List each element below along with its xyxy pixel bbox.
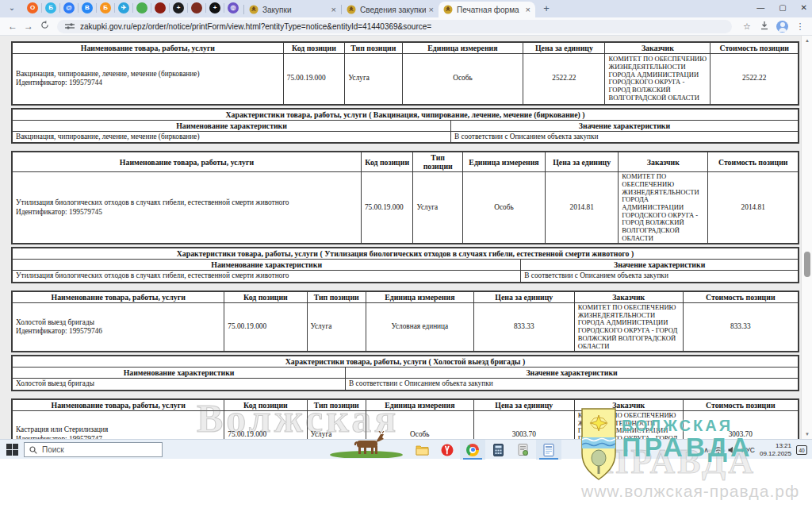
start-button[interactable] [6,444,18,456]
volume-icon[interactable] [728,446,737,454]
favicon-divider [187,3,188,13]
pinned-tab-dark-red-app-icon[interactable] [191,2,202,13]
close-button[interactable]: ✕ [801,3,807,12]
pinned-tab-mail-icon[interactable]: @ [63,2,75,13]
item-customer: КОМИТЕТ ПО ОБЕСПЕЧЕНИЮ ЖИЗНЕДЕЯТЕЛЬНОСТИ… [574,410,683,439]
col-header: Код позиции [224,399,307,411]
tab-close-icon[interactable]: × [429,5,434,14]
favicon-divider [114,3,115,13]
item-price: 2522.22 [523,54,605,105]
item-type: Услуга [345,54,402,105]
scrollbar-thumb[interactable] [804,252,810,277]
new-tab-button[interactable]: + [538,2,554,17]
tab-search-chevron-icon[interactable]: ⌄ [3,2,21,16]
network-icon[interactable] [714,446,723,454]
taskbar-search-input[interactable]: Поиск [24,442,163,457]
file-explorer-icon[interactable] [409,440,435,460]
item-identifier: Идентификатор: 199579745 [16,208,358,217]
pinned-tab-flame-app-icon[interactable] [155,2,166,13]
crypto-tool-icon[interactable] [511,440,536,460]
items-table: Наименование товара, работы, услуги Код … [11,151,799,244]
bookmark-star-icon[interactable]: ☆ [738,21,756,32]
tab-zakupki[interactable]: Закупки × [244,2,341,17]
favicon-divider [151,3,151,13]
forward-icon[interactable]: → [21,21,36,32]
tab-pechatnaya-forma[interactable]: Печатная форма × [439,2,535,17]
window-controls: — ▢ ✕ [756,0,807,14]
items-table: Наименование товара, работы, услуги Код … [11,41,799,106]
pinned-tab-odnoklassniki-icon[interactable]: O [27,2,38,13]
table-row: Вакцинация, чипирование, лечение, мечени… [12,54,799,105]
minimize-button[interactable]: — [756,3,764,12]
item-unit: Особь [462,172,545,244]
back-icon[interactable]: ← [5,21,21,32]
pinned-tab-ring-app-icon[interactable]: ◎ [228,2,239,13]
item-cost: 833.33 [683,303,799,352]
col-header: Цена за единицу [546,152,619,172]
chrome-icon[interactable] [460,440,485,460]
site-settings-icon[interactable] [65,22,75,30]
col-header: Тип позиции [307,399,366,411]
char-col-header: Наименование характеристики [12,260,521,271]
taskbar-clock[interactable]: 13:21 09.12.2025 [760,442,791,456]
zakupki-favicon-icon [443,5,453,14]
print-form-document: Наименование товара, работы, услуги Код … [11,41,799,439]
tab-close-icon[interactable]: × [526,5,530,14]
pinned-tab-dark-plus-app-icon[interactable]: + [173,2,184,13]
favicon-divider [96,3,97,13]
pinned-tab-blue-b-app-icon[interactable]: Б [45,2,56,13]
address-bar[interactable]: zakupki.gov.ru/epz/order/notice/printFor… [57,20,732,33]
item-price: 833.33 [473,303,574,352]
col-header: Наименование товара, работы, услуги [12,152,361,172]
char-value: В соответствии с Описанием объекта закуп… [451,131,799,143]
profile-avatar[interactable] [776,21,788,33]
zakupki-favicon-icon [249,5,259,14]
tray-expand-chevron-icon[interactable]: ∧ [703,446,709,454]
scroll-down-icon[interactable]: ▼ [802,432,812,437]
scroll-up-icon[interactable]: ▲ [802,38,812,43]
favicon-divider [41,3,42,13]
col-header: Единица измерения [366,291,473,303]
maximize-button[interactable]: ▢ [779,3,786,12]
search-placeholder: Поиск [42,445,64,454]
tab-svedeniya-zakupki[interactable]: Сведения закупки × [342,2,439,17]
screen: ⌄ OБ@BБ✈++◎ Закупки × Сведения закупки ×… [0,0,812,508]
print-form-app-icon[interactable] [536,440,561,460]
col-header: Тип позиции [413,152,462,172]
item-unit: Особь [366,410,473,439]
pinned-tab-black-app-icon[interactable]: + [209,2,220,13]
item-code: 75.00.19.000 [283,54,344,105]
characteristics-title: Характеристики товара, работы, услуги ( … [12,109,799,121]
favicon-divider [59,3,60,13]
keyboard-language-indicator[interactable]: РУС [741,446,755,454]
pinned-tab-green-app-icon[interactable] [136,2,147,13]
item-type: Услуга [413,172,462,244]
yandex-browser-icon[interactable] [435,440,460,460]
table-row: Утилизация биологических отходов в случа… [12,271,799,283]
watermark-site-url: www.волжская-правда.рф [581,482,799,501]
col-header: Единица измерения [402,42,523,54]
vertical-scrollbar[interactable]: ▲ ▼ [801,36,812,439]
clock-date: 09.12.2025 [760,450,791,457]
pinned-tab-telegram-icon[interactable]: ✈ [118,2,129,13]
browser-toolbar: ← → zakupki.gov.ru/epz/order/notice/prin… [0,17,812,36]
pinned-tabs: OБ@BБ✈++◎ [22,0,243,17]
pinned-tab-vk-icon[interactable]: B [82,2,93,13]
characteristics-table: Характеристики товара, работы, услуги ( … [11,247,799,283]
reload-icon[interactable] [36,21,52,32]
menu-dots-icon[interactable]: ⋮ [791,21,809,32]
col-header: Тип позиции [345,42,402,54]
notification-center-icon[interactable]: 40 [796,445,807,455]
tab-label: Закупки [262,6,328,14]
item-code: 75.00.19.000 [224,303,307,352]
tab-close-icon[interactable]: × [331,5,336,14]
browser-tabstrip: ⌄ OБ@BБ✈++◎ Закупки × Сведения закупки ×… [0,0,812,17]
calculator-icon[interactable] [485,440,511,460]
pinned-tab-orange-bank-icon[interactable]: Б [100,2,111,13]
download-icon[interactable] [756,21,773,32]
url-text[interactable]: zakupki.gov.ru/epz/order/notice/printFor… [80,22,431,31]
item-code: 75.00.19.000 [224,410,307,439]
char-col-header: Наименование характеристики [12,120,451,131]
item-name: Утилизация биологических отходов в случа… [16,198,358,208]
col-header: Наименование товара, работы, услуги [12,291,224,303]
